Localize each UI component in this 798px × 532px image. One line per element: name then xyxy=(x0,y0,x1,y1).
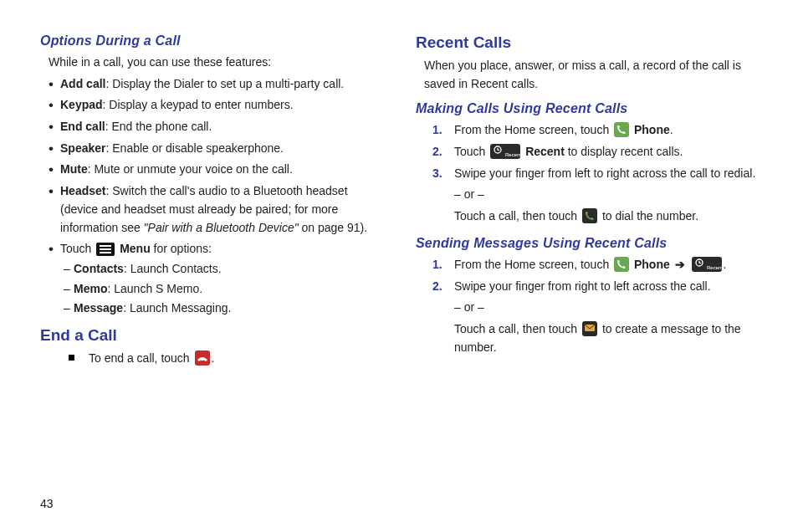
step-item: From the Home screen, touch Phone. xyxy=(439,121,758,140)
option-item: Speaker: Enable or disable speakerphone. xyxy=(49,140,382,158)
option-term: End call xyxy=(60,120,105,133)
step-text: From the Home screen, touch xyxy=(454,123,612,136)
menu-icon xyxy=(96,243,115,256)
option-desc: : Enable or disable speakerphone. xyxy=(105,141,283,155)
step-sub-line: Touch a call, then touch to create a mes… xyxy=(454,320,758,356)
menu-sublist: Contacts: Launch Contacts. Memo: Launch … xyxy=(60,260,382,318)
option-item: Mute: Mute or unmute your voice on the c… xyxy=(49,161,382,179)
dial-icon xyxy=(582,208,597,223)
step-tail: . xyxy=(724,258,727,271)
message-icon xyxy=(582,321,597,336)
option-item: Keypad: Display a keypad to enter number… xyxy=(49,96,382,115)
end-call-icon xyxy=(195,350,210,366)
step-text: Touch a call, then touch xyxy=(454,322,581,335)
sub-item: Memo: Launch S Memo. xyxy=(64,280,382,299)
arrow-icon: ➔ xyxy=(675,256,685,274)
option-tail: on page 91). xyxy=(299,221,368,234)
option-term: Speaker xyxy=(60,141,105,155)
svg-rect-10 xyxy=(614,257,629,272)
svg-rect-5 xyxy=(614,122,629,137)
end-call-item: To end a call, touch . xyxy=(55,350,382,368)
step-text: From the Home screen, touch xyxy=(454,258,612,271)
option-term: Mute xyxy=(60,162,88,176)
sub-item: Message: Launch Messaging. xyxy=(64,299,382,318)
heading-end-call: End a Call xyxy=(40,326,382,345)
svg-text:Recent: Recent xyxy=(505,152,520,157)
sub-term: Memo xyxy=(74,282,107,295)
phone-icon xyxy=(614,122,629,137)
step-item: Touch Recent Recent to display recent ca… xyxy=(439,143,758,161)
option-item: Headset: Switch the call's audio to a Bl… xyxy=(49,182,382,237)
sub-desc: : Launch Contacts. xyxy=(124,262,222,275)
step-bold: Recent xyxy=(525,145,565,158)
step-tail: to dial the number. xyxy=(599,209,698,223)
sub-term: Message xyxy=(74,301,123,315)
options-list: Add call: Display the Dialer to set up a… xyxy=(40,75,382,318)
step-text: Swipe your finger from left to right acr… xyxy=(454,166,755,180)
step-tail: . xyxy=(670,123,673,136)
options-intro: While in a call, you can use these featu… xyxy=(49,54,382,72)
end-call-text-a: To end a call, touch xyxy=(89,351,193,365)
sub-item: Contacts: Launch Contacts. xyxy=(64,260,382,279)
sub-desc: : Launch Messaging. xyxy=(123,301,231,315)
svg-text:Recent: Recent xyxy=(707,265,722,270)
recent-icon: Recent xyxy=(490,144,520,159)
making-calls-steps: From the Home screen, touch Phone. Touch… xyxy=(416,121,758,225)
svg-rect-3 xyxy=(100,252,111,253)
step-or: – or – xyxy=(454,299,758,317)
option-item: End call: End the phone call. xyxy=(49,118,382,136)
step-tail: to display recent calls. xyxy=(565,145,683,158)
step-text: Swipe your finger from right to left acr… xyxy=(454,279,711,293)
recent-icon: Recent xyxy=(692,257,722,272)
heading-making-calls: Making Calls Using Recent Calls xyxy=(416,101,758,116)
step-bold: Phone xyxy=(634,123,670,136)
step-item: Swipe your finger from left to right acr… xyxy=(439,165,758,226)
step-or: – or – xyxy=(454,186,758,204)
svg-rect-2 xyxy=(100,248,111,250)
svg-rect-9 xyxy=(582,208,597,223)
option-item-menu: Touch Menu for options: Contacts: Launch… xyxy=(49,240,382,318)
option-link: "Pair with a Bluetooth Device" xyxy=(144,221,299,234)
option-desc: : Display the Dialer to set up a multi-p… xyxy=(105,77,344,90)
left-column: Options During a Call While in a call, y… xyxy=(40,33,382,368)
sending-messages-steps: From the Home screen, touch Phone ➔ Rece… xyxy=(416,256,758,356)
step-sub-line: Touch a call, then touch to dial the num… xyxy=(454,207,758,226)
option-term: Add call xyxy=(60,77,105,90)
phone-icon xyxy=(614,257,629,272)
touch-suffix: for options: xyxy=(151,242,212,255)
step-item: From the Home screen, touch Phone ➔ Rece… xyxy=(439,256,758,274)
step-item: Swipe your finger from right to left acr… xyxy=(439,278,758,357)
recent-intro: When you place, answer, or miss a call, … xyxy=(424,57,758,93)
option-term: Headset xyxy=(60,184,105,197)
end-call-text-b: . xyxy=(212,351,215,365)
sub-desc: : Launch S Memo. xyxy=(107,282,202,295)
page-content: Options During a Call While in a call, y… xyxy=(40,33,758,368)
sub-term: Contacts xyxy=(74,262,124,275)
touch-prefix: Touch xyxy=(60,242,95,255)
option-desc: : End the phone call. xyxy=(105,120,212,133)
heading-options-during-call: Options During a Call xyxy=(40,33,382,49)
option-desc: : Display a keypad to enter numbers. xyxy=(103,98,294,111)
option-term: Keypad xyxy=(60,98,103,111)
svg-rect-1 xyxy=(100,245,111,247)
heading-sending-messages: Sending Messages Using Recent Calls xyxy=(416,236,758,251)
menu-label: Menu xyxy=(120,242,151,255)
step-bold: Phone xyxy=(634,258,670,271)
step-text: Touch a call, then touch xyxy=(454,209,581,223)
page-number: 43 xyxy=(40,497,54,510)
option-desc: : Mute or unmute your voice on the call. xyxy=(88,162,293,176)
right-column: Recent Calls When you place, answer, or … xyxy=(416,33,758,368)
heading-recent-calls: Recent Calls xyxy=(416,33,758,52)
option-item: Add call: Display the Dialer to set up a… xyxy=(49,75,382,94)
step-text: Touch xyxy=(454,145,489,158)
